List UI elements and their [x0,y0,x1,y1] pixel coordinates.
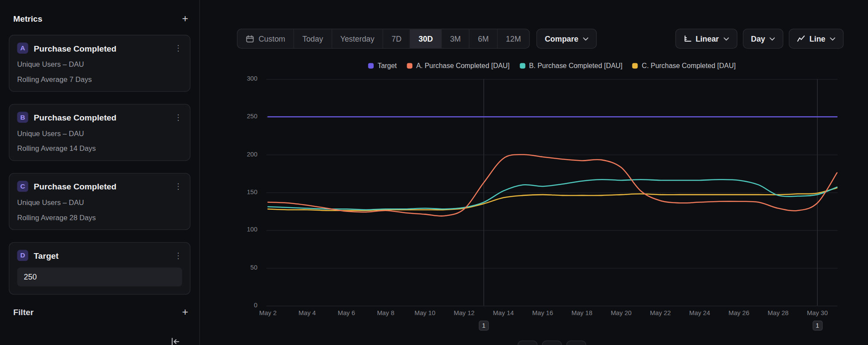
legend-label: B. Purchase Completed [DAU] [529,62,622,70]
analytics-app: Metrics + A Purchase Completed ⋮ Unique … [0,0,868,345]
metric-subtitle: Unique Users – DAU [17,199,182,207]
y-axis-tick-label: 150 [229,189,257,195]
x-axis-tick-label: May 28 [759,309,797,316]
x-axis-tick-label: May 2 [249,309,287,316]
x-axis-tick-label: May 16 [523,309,562,316]
y-axis-tick-label: 0 [229,302,257,308]
x-axis-tick-label: May 24 [680,309,719,316]
toolbar-right-group: Linear Day Line [675,29,844,49]
details-view-button[interactable] [566,341,586,345]
table-view-button[interactable] [542,341,562,345]
filter-section: Filter + [13,307,188,317]
chevron-down-icon [583,37,589,41]
range-30d-button[interactable]: 30D [410,29,441,48]
calendar-icon [246,35,254,43]
y-axis-tick-label: 300 [229,75,257,81]
chevron-down-icon [769,37,775,41]
range-today-button[interactable]: Today [293,29,331,48]
sidebar-header: Metrics + [0,0,199,35]
x-axis-tick-label: May 10 [405,309,444,316]
y-axis-tick-label: 250 [229,113,257,120]
kebab-menu-icon[interactable]: ⋮ [174,44,182,52]
metrics-sidebar: Metrics + A Purchase Completed ⋮ Unique … [0,0,200,345]
x-axis-tick-label: May 12 [445,309,483,316]
metric-card-a[interactable]: A Purchase Completed ⋮ Unique Users – DA… [9,35,190,91]
legend-item[interactable]: Target [368,62,397,70]
legend-swatch [368,63,374,68]
metric-card-c[interactable]: C Purchase Completed ⋮ Unique Users – DA… [9,173,190,230]
annotation-marker[interactable]: 1 [812,321,822,331]
y-axis-tick-label: 50 [229,264,257,270]
target-card-header: D Target ⋮ [17,250,182,261]
x-axis-tick-label: May 22 [641,309,680,316]
metric-title: Purchase Completed [34,43,116,53]
range-7d-button[interactable]: 7D [383,29,410,48]
legend-item[interactable]: C. Purchase Completed [DAU] [632,62,736,70]
chart-toolbar: Custom Today Yesterday 7D 30D 3M 6M 12M … [237,29,844,49]
x-axis-tick-label: May 8 [366,309,405,316]
metric-subtitle: Unique Users – DAU [17,60,182,68]
metric-title: Purchase Completed [34,182,116,191]
x-axis-tick-label: May 26 [720,309,758,316]
target-card[interactable]: D Target ⋮ [9,242,190,295]
chart-panel: Custom Today Yesterday 7D 30D 3M 6M 12M … [200,0,868,345]
kebab-menu-icon[interactable]: ⋮ [174,113,182,121]
legend-item[interactable]: B. Purchase Completed [DAU] [519,62,622,70]
legend-swatch [407,63,412,68]
chevron-down-icon [723,37,729,41]
chart-legend: TargetA. Purchase Completed [DAU]B. Purc… [266,62,838,70]
axis-scale-icon [684,35,691,42]
target-title: Target [34,251,59,260]
interval-button[interactable]: Day [743,29,783,49]
chart-view-button[interactable] [518,341,538,345]
collapse-sidebar-button[interactable] [171,337,181,345]
series-line-c [268,188,837,210]
kebab-menu-icon[interactable]: ⋮ [174,251,182,260]
line-chart[interactable] [266,79,838,306]
x-axis-tick-label: May 20 [602,309,641,316]
add-filter-button[interactable]: + [182,307,188,317]
x-axis-tick-label: May 18 [562,309,601,316]
metric-card-header: B Purchase Completed ⋮ [17,112,182,123]
range-yesterday-button[interactable]: Yesterday [332,29,383,48]
range-3m-button[interactable]: 3M [441,29,469,48]
legend-swatch [519,63,525,68]
annotation-marker[interactable]: 1 [479,321,489,331]
metric-detail: Rolling Average 14 Days [17,144,182,153]
metric-badge: D [17,250,29,261]
target-value-input[interactable] [17,267,182,286]
compare-button[interactable]: Compare [536,29,597,49]
line-chart-icon [797,36,805,42]
legend-label: A. Purchase Completed [DAU] [416,62,510,70]
y-axis-tick-label: 100 [229,226,257,233]
metric-card-header: A Purchase Completed ⋮ [17,42,182,54]
chevron-down-icon [830,37,835,41]
toolbar-left-group: Custom Today Yesterday 7D 30D 3M 6M 12M … [237,29,597,49]
range-6m-button[interactable]: 6M [469,29,497,48]
bottom-toolbar [266,341,838,345]
metric-card-header: C Purchase Completed ⋮ [17,181,182,192]
scale-button[interactable]: Linear [675,29,737,49]
metric-badge: A [17,42,29,54]
metrics-section-title: Metrics [13,14,43,23]
range-custom-button[interactable]: Custom [237,29,293,48]
chart-type-button[interactable]: Line [789,29,844,49]
range-12m-button[interactable]: 12M [497,29,529,48]
metric-detail: Rolling Average 7 Days [17,75,182,83]
date-range-control: Custom Today Yesterday 7D 30D 3M 6M 12M [237,29,530,49]
metric-card-b[interactable]: B Purchase Completed ⋮ Unique Users – DA… [9,104,190,161]
legend-label: C. Purchase Completed [DAU] [642,62,736,70]
compare-label: Compare [545,34,578,43]
legend-item[interactable]: A. Purchase Completed [DAU] [407,62,510,70]
interval-label: Day [751,34,765,43]
filter-section-title: Filter [13,307,34,317]
metric-badge: B [17,112,29,123]
chart-type-label: Line [809,34,825,43]
kebab-menu-icon[interactable]: ⋮ [174,182,182,191]
y-axis-tick-label: 200 [229,151,257,157]
scale-label: Linear [696,34,719,43]
x-axis-tick-label: May 4 [288,309,326,316]
collapse-left-icon [171,337,181,345]
metric-badge: C [17,181,29,192]
add-metric-button[interactable]: + [182,13,188,24]
